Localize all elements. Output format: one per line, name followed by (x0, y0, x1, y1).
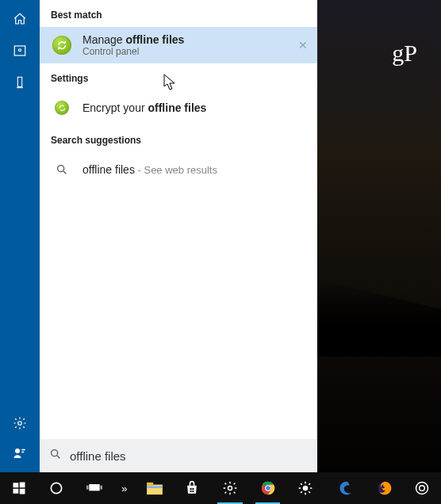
svg-rect-19 (193, 488, 194, 490)
best-match-header: Best match (40, 0, 317, 27)
settings-gear-icon[interactable] (12, 415, 28, 431)
sync-icon (55, 101, 69, 115)
svg-point-28 (416, 483, 428, 494)
start-sidebar (0, 0, 40, 472)
action-center-button[interactable] (405, 472, 439, 504)
result-subtitle: Control panel (82, 46, 184, 57)
svg-point-22 (228, 487, 232, 491)
svg-point-29 (420, 486, 425, 491)
settings-header: Settings (40, 63, 317, 90)
result-manage-offline-files[interactable]: Manage offline files Control panel ✕ (40, 27, 317, 63)
svg-point-4 (15, 449, 20, 453)
result-web-offline-files[interactable]: offline files - See web results (40, 152, 317, 187)
result-title: Manage offline files (82, 33, 184, 46)
svg-point-25 (266, 486, 270, 491)
svg-rect-21 (193, 491, 194, 492)
chrome-button[interactable] (251, 472, 286, 504)
svg-rect-8 (20, 483, 25, 488)
search-icon (51, 158, 73, 181)
brightness-button[interactable] (288, 472, 323, 504)
svg-rect-9 (13, 489, 18, 494)
taskview-button[interactable] (77, 472, 112, 504)
home-icon[interactable] (12, 11, 28, 27)
svg-rect-14 (101, 486, 103, 490)
cortana-button[interactable] (40, 472, 75, 504)
svg-rect-7 (13, 483, 18, 487)
device-icon[interactable] (12, 74, 28, 90)
svg-rect-2 (17, 77, 21, 86)
settings-app-button[interactable] (213, 472, 247, 504)
svg-rect-16 (147, 483, 153, 487)
store-button[interactable] (174, 472, 209, 504)
svg-point-6 (52, 450, 58, 456)
svg-rect-0 (14, 46, 25, 55)
result-title: offline files - See web results (82, 163, 217, 176)
svg-rect-18 (190, 488, 192, 490)
svg-rect-13 (86, 486, 89, 490)
photo-icon[interactable] (12, 43, 28, 59)
result-encrypt-offline-files[interactable]: Encrypt your offline files (40, 90, 317, 125)
firefox-button[interactable] (367, 472, 402, 504)
taskbar: » (0, 472, 441, 504)
svg-point-1 (19, 49, 21, 52)
result-title: Encrypt your offline files (82, 101, 206, 114)
svg-rect-20 (190, 491, 192, 492)
file-explorer-button[interactable] (137, 472, 172, 504)
svg-point-5 (58, 166, 64, 172)
svg-rect-17 (147, 486, 163, 488)
search-input[interactable] (70, 449, 308, 463)
edge-button[interactable] (329, 472, 364, 504)
svg-point-11 (52, 483, 62, 493)
search-results-panel: Best match Manage offline files Control … (40, 0, 317, 472)
feedback-icon[interactable] (12, 445, 28, 461)
close-icon[interactable]: ✕ (298, 39, 308, 52)
svg-point-26 (303, 486, 309, 491)
svg-rect-10 (20, 489, 25, 494)
search-input-box[interactable] (40, 439, 317, 472)
search-icon (49, 448, 62, 464)
suggestions-header: Search suggestions (40, 125, 317, 152)
sync-icon (52, 36, 71, 55)
svg-rect-12 (89, 484, 99, 491)
chevron-icon[interactable]: » (115, 472, 134, 504)
watermark-logo: gP (392, 40, 417, 67)
svg-point-3 (18, 422, 22, 426)
start-button[interactable] (2, 472, 36, 504)
